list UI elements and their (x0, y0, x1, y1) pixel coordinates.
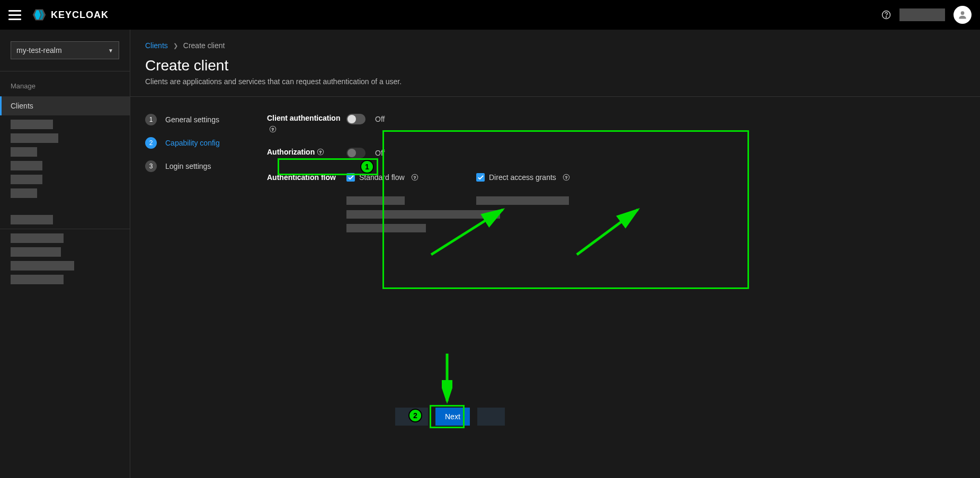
breadcrumb: Clients ❯ Create client (145, 41, 965, 50)
svg-text:?: ? (272, 127, 274, 132)
wizard-step-label: Login settings (165, 162, 211, 170)
help-icon[interactable]: ? (411, 174, 418, 181)
wizard-step-login-settings[interactable]: 3 Login settings (145, 160, 246, 172)
wizard-step-capability-config[interactable]: 2 Capability config (145, 137, 246, 149)
direct-access-grants-label: Direct access grants (489, 173, 556, 182)
svg-text:?: ? (413, 175, 416, 180)
authorization-toggle (346, 148, 366, 158)
direct-access-grants-checkbox[interactable] (476, 173, 485, 182)
authorization-label: Authorization (267, 148, 315, 156)
breadcrumb-current: Create client (183, 41, 225, 50)
sidebar-item-redacted (11, 133, 58, 143)
cancel-button-redacted[interactable] (477, 408, 505, 426)
redacted-option (346, 196, 405, 205)
standard-flow-label: Standard flow (359, 173, 405, 182)
wizard-step-general-settings[interactable]: 1 General settings (145, 114, 246, 125)
help-icon[interactable]: ? (269, 125, 277, 133)
annotation-badge-1: 1 (360, 160, 374, 174)
redacted-realm-badge (899, 8, 945, 21)
sidebar-item-clients[interactable]: Clients (0, 96, 130, 115)
annotation-badge-2: 2 (408, 409, 422, 422)
sidebar-item-redacted (11, 120, 53, 129)
client-auth-value: Off (375, 115, 385, 123)
svg-text:?: ? (319, 150, 322, 155)
wizard-step-number: 3 (145, 160, 157, 172)
standard-flow-checkbox[interactable] (346, 173, 355, 182)
wizard-step-label: Capability config (165, 139, 220, 147)
redacted-option (476, 196, 569, 205)
keycloak-logo-icon (32, 7, 47, 22)
auth-flow-label: Authentication flow (267, 173, 346, 182)
annotation-arrow (442, 353, 452, 405)
chevron-right-icon: ❯ (173, 42, 178, 49)
redacted-option (346, 224, 426, 232)
next-button[interactable]: Next (435, 408, 470, 426)
help-icon[interactable]: ? (317, 148, 324, 156)
sidebar-item-redacted (11, 233, 64, 243)
breadcrumb-clients-link[interactable]: Clients (145, 41, 168, 50)
wizard-step-label: General settings (165, 115, 219, 124)
page-title: Create client (145, 57, 965, 74)
sidebar-item-redacted (11, 261, 74, 270)
sidebar-item-redacted (11, 175, 42, 184)
sidebar-section-manage: Manage (0, 78, 130, 96)
svg-text:?: ? (565, 175, 568, 180)
sidebar-item-redacted (11, 147, 37, 157)
sidebar-section-redacted (11, 215, 53, 224)
authorization-value: Off (375, 149, 385, 157)
page-description: Clients are applications and services th… (145, 77, 965, 86)
logo[interactable]: KEYCLOAK (32, 7, 109, 22)
wizard-step-number: 2 (145, 137, 157, 149)
svg-point-5 (961, 11, 965, 15)
user-avatar[interactable] (954, 6, 972, 24)
product-name: KEYCLOAK (51, 10, 109, 21)
client-auth-toggle[interactable] (346, 114, 366, 124)
realm-name: my-test-realm (16, 46, 62, 55)
svg-point-4 (886, 17, 886, 17)
sidebar-item-redacted (11, 247, 61, 257)
help-icon[interactable]: ? (563, 174, 570, 181)
help-icon[interactable] (881, 10, 891, 20)
wizard-step-number: 1 (145, 114, 157, 125)
client-auth-label: Client authentication (267, 114, 346, 122)
sidebar-item-redacted (11, 275, 64, 284)
sidebar-item-redacted (11, 188, 37, 198)
sidebar-item-redacted (11, 161, 42, 170)
nav-toggle[interactable] (8, 8, 21, 21)
chevron-down-icon: ▼ (108, 48, 113, 53)
realm-selector[interactable]: my-test-realm ▼ (11, 41, 119, 59)
